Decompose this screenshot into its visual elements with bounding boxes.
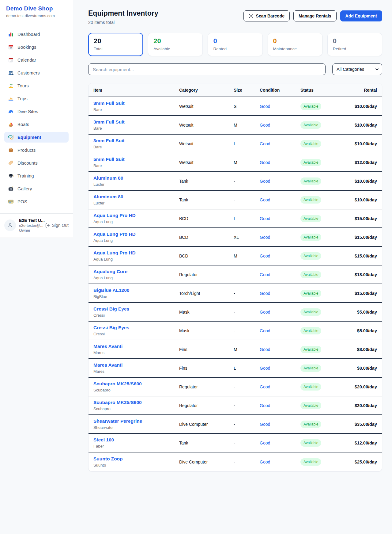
sidebar-item[interactable]: Products: [4, 145, 69, 155]
item-name-link[interactable]: 5mm Full Suit: [93, 157, 179, 162]
status-badge: Available: [300, 290, 321, 297]
sidebar-item[interactable]: Gallery: [4, 183, 69, 194]
item-name-link[interactable]: Steel 100: [93, 437, 179, 443]
item-condition-link[interactable]: Good: [260, 460, 300, 464]
item-condition-link[interactable]: Good: [260, 197, 300, 202]
item-name-link[interactable]: Aluminum 80: [93, 194, 179, 200]
item-category: Tank: [179, 441, 234, 445]
sidebar-item[interactable]: Tours: [4, 80, 69, 91]
stat-card[interactable]: 20 Total: [88, 33, 143, 56]
item-condition-link[interactable]: Good: [260, 441, 300, 445]
item-condition-link[interactable]: Good: [260, 141, 300, 146]
item-name-link[interactable]: Aqualung Core: [93, 269, 179, 274]
item-name-link[interactable]: Aqua Lung Pro HD: [93, 213, 179, 218]
manage-rentals-button[interactable]: Manage Rentals: [293, 10, 337, 21]
sidebar-item[interactable]: Dive Sites: [4, 106, 69, 117]
speedboat-icon: [8, 96, 14, 101]
customers-icon: [8, 70, 14, 76]
item-name-link[interactable]: Aluminum 80: [93, 175, 179, 181]
item-name-link[interactable]: 3mm Full Suit: [93, 101, 179, 106]
item-name-link[interactable]: BigBlue AL1200: [93, 288, 179, 293]
user-email: e2e-tester@...: [19, 223, 42, 228]
item-name-link[interactable]: Shearwater Peregrine: [93, 418, 179, 424]
sidebar-item[interactable]: Equipment: [4, 132, 69, 143]
sidebar-item[interactable]: Calendar: [4, 55, 69, 65]
table-row: Scubapro MK25/S600 Scubapro Regulator - …: [89, 396, 382, 415]
item-condition-link[interactable]: Good: [260, 254, 300, 258]
item-name-link[interactable]: 3mm Full Suit: [93, 119, 179, 125]
table-row: Mares Avanti Mares Fins M Good Available…: [89, 340, 382, 359]
item-condition-link[interactable]: Good: [260, 104, 300, 109]
stat-label: Retired: [333, 47, 377, 51]
search-input[interactable]: [88, 63, 326, 75]
sidebar-item[interactable]: Discounts: [4, 158, 69, 168]
sidebar-item[interactable]: Training: [4, 170, 69, 181]
item-name-link[interactable]: Scubapro MK25/S600: [93, 381, 179, 387]
column-header-item: Item: [93, 88, 179, 93]
category-select[interactable]: All Categories: [332, 63, 382, 75]
sign-out-button[interactable]: Sign Out: [45, 223, 69, 228]
item-condition-link[interactable]: Good: [260, 403, 300, 408]
scan-barcode-button[interactable]: Scan Barcode: [243, 10, 290, 21]
item-name-link[interactable]: Suunto Zoop: [93, 456, 179, 462]
sidebar-item[interactable]: Boats: [4, 119, 69, 130]
item-condition-link[interactable]: Good: [260, 123, 300, 128]
item-name-link[interactable]: Mares Avanti: [93, 362, 179, 368]
item-condition-link[interactable]: Good: [260, 216, 300, 221]
item-size: -: [234, 328, 260, 333]
item-brand: Cressi: [93, 332, 179, 336]
item-size: XL: [234, 235, 260, 240]
item-name-link[interactable]: Aqua Lung Pro HD: [93, 231, 179, 237]
table-row: Mares Avanti Mares Fins L Good Available…: [89, 359, 382, 378]
item-name-link[interactable]: 3mm Full Suit: [93, 138, 179, 143]
category-select-wrap: All Categories: [332, 63, 382, 75]
item-category: Mask: [179, 328, 234, 333]
add-equipment-button[interactable]: Add Equipment: [340, 10, 382, 21]
status-badge: Available: [300, 346, 321, 353]
sidebar-item[interactable]: Dashboard: [4, 29, 69, 40]
calendar-icon: [8, 57, 14, 63]
dashboard-icon: [8, 31, 14, 37]
sidebar-item[interactable]: Customers: [4, 67, 69, 78]
sidebar-item-label: Trips: [17, 96, 28, 101]
stat-value: 20: [94, 37, 138, 45]
item-condition-link[interactable]: Good: [260, 291, 300, 296]
table-row: Steel 100 Faber Tank - Good Available $1…: [89, 434, 382, 452]
stat-card[interactable]: 0 Maintenance: [268, 33, 322, 56]
sidebar-item-label: POS: [17, 199, 27, 204]
stat-card[interactable]: 20 Available: [148, 33, 203, 56]
sidebar-item[interactable]: POS: [4, 196, 69, 207]
sidebar-item[interactable]: 17 Bookings: [4, 42, 69, 52]
status-badge: Available: [300, 364, 321, 372]
item-name-link[interactable]: Cressi Big Eyes: [93, 325, 179, 330]
table-row: Aluminum 80 Luxfer Tank - Good Available…: [89, 191, 382, 209]
item-brand: Scubapro: [93, 388, 179, 392]
item-brand: Scubapro: [93, 406, 179, 411]
item-condition-link[interactable]: Good: [260, 366, 300, 371]
item-condition-link[interactable]: Good: [260, 160, 300, 165]
item-name-link[interactable]: Aqua Lung Pro HD: [93, 250, 179, 256]
stat-label: Rented: [213, 47, 257, 51]
item-name-link[interactable]: Scubapro MK25/S600: [93, 400, 179, 405]
stat-card[interactable]: 0 Retired: [327, 33, 382, 56]
item-rental-rate: $18.00/day: [340, 272, 377, 277]
item-condition-link[interactable]: Good: [260, 310, 300, 315]
table-row: Cressi Big Eyes Cressi Mask - Good Avail…: [89, 303, 382, 322]
item-name-link[interactable]: Mares Avanti: [93, 344, 179, 349]
item-condition-link[interactable]: Good: [260, 384, 300, 389]
status-badge: Available: [300, 271, 321, 278]
item-brand: Suunto: [93, 463, 179, 467]
item-condition-link[interactable]: Good: [260, 235, 300, 240]
table-row: Aluminum 80 Luxfer Tank - Good Available…: [89, 172, 382, 191]
column-header-status: Status: [300, 88, 340, 93]
stat-card[interactable]: 0 Rented: [208, 33, 262, 56]
item-condition-link[interactable]: Good: [260, 272, 300, 277]
item-condition-link[interactable]: Good: [260, 179, 300, 184]
item-condition-link[interactable]: Good: [260, 328, 300, 333]
item-condition-link[interactable]: Good: [260, 422, 300, 427]
item-name-link[interactable]: Cressi Big Eyes: [93, 306, 179, 312]
column-header-size: Size: [234, 88, 260, 93]
item-size: M: [234, 347, 260, 352]
sidebar-item[interactable]: Trips: [4, 93, 69, 104]
item-condition-link[interactable]: Good: [260, 347, 300, 352]
